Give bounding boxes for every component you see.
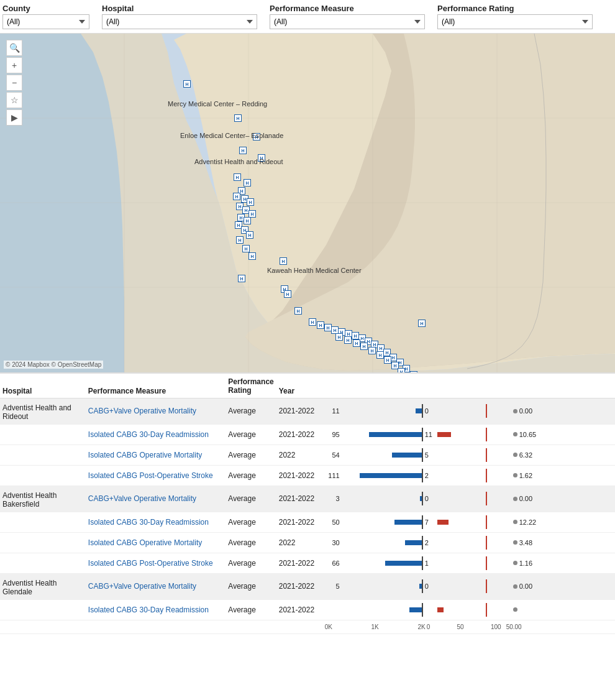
hospital-marker[interactable]: H: [317, 321, 324, 329]
chart-divider: [422, 492, 423, 505]
cell-rating: Average: [226, 599, 276, 620]
red-bar: [437, 432, 451, 437]
hospital-marker[interactable]: H: [368, 347, 376, 354]
red-bar: [437, 607, 444, 612]
cell-measure[interactable]: Isolated CABG Post-Operative Stroke: [86, 465, 226, 486]
hospital-marker[interactable]: H: [236, 236, 244, 244]
cell-measure[interactable]: CABG+Valve Operative Mortality: [86, 398, 226, 424]
blue-bar: [385, 561, 422, 566]
axis-label-0: 0: [427, 624, 430, 630]
hospital-select[interactable]: (All): [102, 14, 257, 29]
hospital-marker[interactable]: H: [242, 245, 250, 252]
measure-link[interactable]: Isolated CABG Operative Mortality: [88, 538, 202, 547]
hospital-marker[interactable]: H: [376, 351, 384, 359]
hospital-marker[interactable]: H: [360, 343, 368, 350]
map-controls: 🔍 + − ☆ ▶: [6, 40, 22, 126]
cell-spacer: [581, 532, 615, 553]
map-container[interactable]: 🔍 + − ☆ ▶ H H H H H H H H H H H H H H H …: [0, 34, 615, 372]
map-label-enloe: Enloe Medical Center– Esplanade: [180, 132, 283, 139]
hospital-marker[interactable]: H: [238, 275, 245, 282]
hospital-marker[interactable]: H: [384, 356, 391, 364]
measure-link[interactable]: Isolated CABG Post-Operative Stroke: [88, 471, 213, 480]
county-select[interactable]: (All): [2, 14, 89, 29]
cell-measure[interactable]: CABG+Valve Operative Mortality: [86, 486, 226, 512]
cell-chart: 500.00: [322, 573, 582, 599]
zoom-in-button[interactable]: +: [6, 57, 22, 73]
red-reference-line: [486, 603, 487, 617]
rating-label: Performance Rating: [437, 4, 593, 13]
axis-spacer-right: [581, 620, 615, 633]
hospital-marker[interactable]: H: [234, 114, 242, 122]
measure-select[interactable]: (All): [270, 14, 425, 29]
hospital-marker[interactable]: H: [398, 368, 405, 372]
rate-dot: [513, 540, 517, 545]
red-reference-line: [486, 556, 487, 570]
hospital-marker[interactable]: H: [183, 80, 191, 88]
cell-hospital: [0, 424, 86, 444]
cell-chart: 3023.48: [322, 532, 582, 553]
bookmark-button[interactable]: ☆: [6, 92, 22, 108]
cell-measure[interactable]: Isolated CABG Operative Mortality: [86, 444, 226, 465]
blue-bar: [392, 453, 422, 458]
expand-button[interactable]: ▶: [6, 109, 22, 126]
hospital-marker[interactable]: H: [294, 307, 302, 315]
chart-left-value: 66: [322, 560, 340, 567]
axis-label-50: 50: [457, 624, 464, 630]
hospital-marker[interactable]: H: [244, 179, 251, 187]
chart-left-value: 50: [322, 518, 340, 526]
col-header-chart: [322, 374, 582, 398]
blue-bar: [416, 408, 422, 413]
cell-measure[interactable]: Isolated CABG 30-Day Readmission: [86, 424, 226, 444]
chart-right-value: 1: [425, 560, 436, 567]
hospital-marker[interactable]: H: [233, 193, 240, 200]
axis-label-2k: 2K: [417, 624, 425, 630]
axis-spacer: [0, 620, 322, 633]
col-header-year: Year: [276, 374, 322, 398]
measure-link[interactable]: Isolated CABG Operative Mortality: [88, 451, 202, 459]
cell-measure[interactable]: Isolated CABG Post-Operative Stroke: [86, 553, 226, 573]
hospital-marker[interactable]: H: [244, 217, 251, 224]
measure-link[interactable]: Isolated CABG Post-Operative Stroke: [88, 559, 213, 568]
red-reference-line: [486, 448, 487, 462]
hospital-marker[interactable]: H: [248, 252, 256, 260]
hospital-marker[interactable]: H: [284, 290, 291, 298]
hospital-marker[interactable]: H: [418, 320, 426, 327]
map-copyright: © 2024 Mapbox © OpenStreetMap: [4, 361, 103, 369]
measure-link[interactable]: Isolated CABG 30-Day Readmission: [88, 430, 209, 439]
hospital-marker[interactable]: H: [239, 147, 247, 154]
blue-bar: [420, 496, 422, 501]
table-row: Adventist Health and RideoutCABG+Valve O…: [0, 398, 615, 424]
measure-link[interactable]: CABG+Valve Operative Mortality: [88, 407, 196, 415]
red-reference-line: [486, 469, 487, 482]
rating-select[interactable]: (All): [437, 14, 593, 29]
measure-link[interactable]: CABG+Valve Operative Mortality: [88, 582, 196, 591]
measure-link[interactable]: CABG+Valve Operative Mortality: [88, 494, 196, 503]
hospital-marker[interactable]: H: [309, 318, 316, 326]
search-button[interactable]: 🔍: [6, 40, 22, 56]
axis-label-0k: 0K: [325, 624, 332, 630]
measure-link[interactable]: Isolated CABG 30-Day Readmission: [88, 518, 209, 527]
chart-right-value: 7: [425, 518, 436, 526]
cell-measure[interactable]: Isolated CABG Operative Mortality: [86, 532, 226, 553]
hospital-marker[interactable]: H: [353, 339, 360, 347]
hospital-marker[interactable]: H: [280, 257, 287, 265]
cell-measure[interactable]: CABG+Valve Operative Mortality: [86, 573, 226, 599]
col-header-value: [581, 374, 615, 398]
chart-left-value: 95: [322, 431, 340, 438]
hospital-marker[interactable]: H: [247, 198, 254, 206]
rate-dot: [513, 584, 517, 589]
cell-measure[interactable]: Isolated CABG 30-Day Readmission: [86, 599, 226, 620]
measure-link[interactable]: Isolated CABG 30-Day Readmission: [88, 606, 209, 614]
hospital-marker[interactable]: H: [234, 173, 241, 181]
cell-hospital: [0, 532, 86, 553]
cell-measure[interactable]: Isolated CABG 30-Day Readmission: [86, 512, 226, 532]
table-row: Isolated CABG Post-Operative StrokeAvera…: [0, 465, 615, 486]
cell-chart: 11121.62: [322, 465, 582, 486]
hospital-marker[interactable]: H: [344, 336, 352, 344]
cell-rating: Average: [226, 512, 276, 532]
hospital-marker[interactable]: H: [246, 231, 253, 239]
chart-left-value: 3: [322, 495, 340, 502]
table-row: Isolated CABG Operative MortalityAverage…: [0, 532, 615, 553]
hospital-marker[interactable]: H: [335, 333, 343, 341]
zoom-out-button[interactable]: −: [6, 75, 22, 91]
